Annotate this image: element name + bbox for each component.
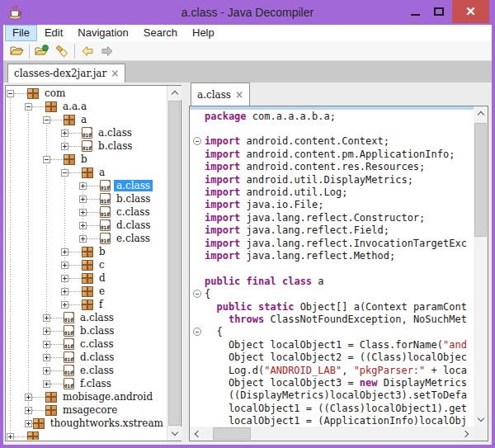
tree-scroll-down-button[interactable] <box>167 427 182 441</box>
class-icon: 010 <box>82 127 92 139</box>
class-icon: 010 <box>64 312 74 323</box>
expand-toggle-icon[interactable] <box>25 394 32 401</box>
tab-classes-dex2jar[interactable]: classes-dex2jar.jar × <box>7 64 125 83</box>
tree-item-d.class[interactable]: 010d.class <box>7 219 166 232</box>
expand-toggle-icon[interactable] <box>25 407 32 414</box>
forward-button[interactable] <box>97 42 117 60</box>
menu-file[interactable]: File <box>5 25 37 41</box>
collapse-toggle-icon[interactable] <box>43 116 50 124</box>
expand-toggle-icon[interactable] <box>7 433 14 441</box>
expand-toggle-icon[interactable] <box>79 209 87 216</box>
tree-item-a[interactable]: a <box>7 113 166 126</box>
menu-edit[interactable]: Edit <box>37 25 70 41</box>
collapse-toggle-icon[interactable] <box>61 169 68 177</box>
tree-item-a.class[interactable]: 010a.class <box>7 311 166 324</box>
tree-item-b.class[interactable]: 010b.class <box>7 324 166 337</box>
expand-toggle-icon[interactable] <box>43 341 50 348</box>
tree-item-f.class[interactable]: 010f.class <box>7 377 166 390</box>
maximize-button[interactable] <box>429 0 449 23</box>
jar-tab-close-icon[interactable]: × <box>111 68 119 79</box>
search-button[interactable] <box>52 42 72 60</box>
collapse-toggle-icon[interactable] <box>7 90 14 97</box>
expand-toggle-icon[interactable] <box>79 196 87 203</box>
tree-item-com[interactable]: com <box>7 87 166 100</box>
tree-item-b.class[interactable]: 010b.class <box>7 139 166 153</box>
back-button[interactable] <box>78 42 97 60</box>
tree-item-d[interactable]: d <box>7 271 166 285</box>
expand-toggle-icon[interactable] <box>25 420 32 427</box>
tree-scroll-up-button[interactable] <box>167 86 182 100</box>
minimize-button[interactable] <box>405 0 425 23</box>
tree-connector <box>32 106 45 107</box>
collapse-toggle-icon[interactable] <box>43 156 50 163</box>
editor-tab-label: a.class <box>197 89 231 101</box>
expand-toggle-icon[interactable] <box>43 380 50 388</box>
expand-toggle-icon[interactable] <box>43 367 50 375</box>
tree-item-a.a.a[interactable]: a.a.a <box>7 100 166 113</box>
tree-item-e.class[interactable]: 010e.class <box>7 364 166 377</box>
open-file-button[interactable] <box>7 42 26 60</box>
tree-item-b[interactable]: b <box>7 153 166 166</box>
editor-tab-close-icon[interactable]: × <box>235 89 243 101</box>
package-tree[interactable]: coma.a.aa010a.class010b.classba010a.clas… <box>7 87 166 440</box>
tree-item-b.class[interactable]: 010b.class <box>7 192 166 205</box>
expand-toggle-icon[interactable] <box>61 301 68 309</box>
tree-item-e[interactable]: e <box>7 285 166 298</box>
tree-item-mobisage.android[interactable]: mobisage.android <box>7 390 166 403</box>
open-type-button[interactable] <box>32 42 52 60</box>
close-button[interactable]: ✕ <box>452 0 489 23</box>
tree-item-label: e.class <box>78 365 116 376</box>
expand-toggle-icon[interactable] <box>61 130 68 137</box>
expand-toggle-icon[interactable] <box>61 275 68 282</box>
tree-item-a.class[interactable]: 010a.class <box>7 179 166 192</box>
expand-toggle-icon[interactable] <box>79 222 87 229</box>
editor-horizontal-scrollbar[interactable] <box>190 427 474 441</box>
editor-hscrollbar-thumb[interactable] <box>213 427 251 440</box>
expand-toggle-icon[interactable] <box>61 248 68 256</box>
tree-item-c[interactable]: c <box>7 258 166 271</box>
tree-item-msagecore[interactable]: msagecore <box>7 403 166 417</box>
fold-collapse-icon[interactable] <box>193 290 201 298</box>
tree-vertical-scrollbar[interactable] <box>167 86 181 441</box>
title-bar: a.class - Java Decompiler ✕ <box>0 0 495 25</box>
tree-scrollbar-thumb[interactable] <box>168 101 180 426</box>
tree-item-f[interactable]: f <box>7 298 166 311</box>
expand-toggle-icon[interactable] <box>61 288 68 295</box>
editor-vertical-scrollbar[interactable] <box>474 106 488 427</box>
tree-item-b[interactable]: b <box>7 245 166 258</box>
code-line <box>190 122 474 134</box>
expand-toggle-icon[interactable] <box>61 262 68 269</box>
editor-scroll-up-button[interactable] <box>474 106 488 120</box>
code-editor-panel[interactable]: package com.a.a.a.b.a;import android.con… <box>189 106 488 441</box>
editor-vscrollbar-thumb[interactable] <box>474 123 487 237</box>
expand-toggle-icon[interactable] <box>43 314 50 322</box>
fold-collapse-icon[interactable] <box>193 137 201 145</box>
tree-item-a[interactable]: a <box>7 166 166 179</box>
fold-collapse-icon[interactable] <box>193 328 201 336</box>
tree-item-e.class[interactable]: 010e.class <box>7 232 166 245</box>
menu-navigation[interactable]: Navigation <box>70 25 135 41</box>
tree-guide-line <box>28 102 29 426</box>
menu-help[interactable]: Help <box>185 25 222 41</box>
collapse-toggle-icon[interactable] <box>25 103 32 111</box>
tree-connector <box>87 238 100 239</box>
expand-toggle-icon[interactable] <box>43 328 50 335</box>
tree-item-c.class[interactable]: 010c.class <box>7 337 166 351</box>
tree-item-label: mobisage.android <box>60 391 155 403</box>
tree-item-a.class[interactable]: 010a.class <box>7 126 166 139</box>
tree-item-clipped[interactable] <box>7 430 166 440</box>
menu-search[interactable]: Search <box>136 25 185 41</box>
tree-item-thoughtworks.xstream[interactable]: thoughtworks.xstream <box>7 417 166 430</box>
expand-toggle-icon[interactable] <box>79 235 87 243</box>
editor-scroll-left-button[interactable] <box>190 427 204 441</box>
tree-item-c.class[interactable]: 010c.class <box>7 205 166 219</box>
code-text: ((DisplayMetrics)localObject3).setToDefa <box>205 389 467 401</box>
code-text: public static Object[] a(Context paramCo… <box>205 301 467 313</box>
tab-a-class[interactable]: a.class × <box>191 83 250 106</box>
expand-toggle-icon[interactable] <box>61 143 68 150</box>
tree-item-d.class[interactable]: 010d.class <box>7 351 166 364</box>
editor-scroll-right-button[interactable] <box>460 427 474 441</box>
expand-toggle-icon[interactable] <box>43 354 50 361</box>
expand-toggle-icon[interactable] <box>79 182 87 190</box>
editor-scroll-down-button[interactable] <box>474 413 488 427</box>
